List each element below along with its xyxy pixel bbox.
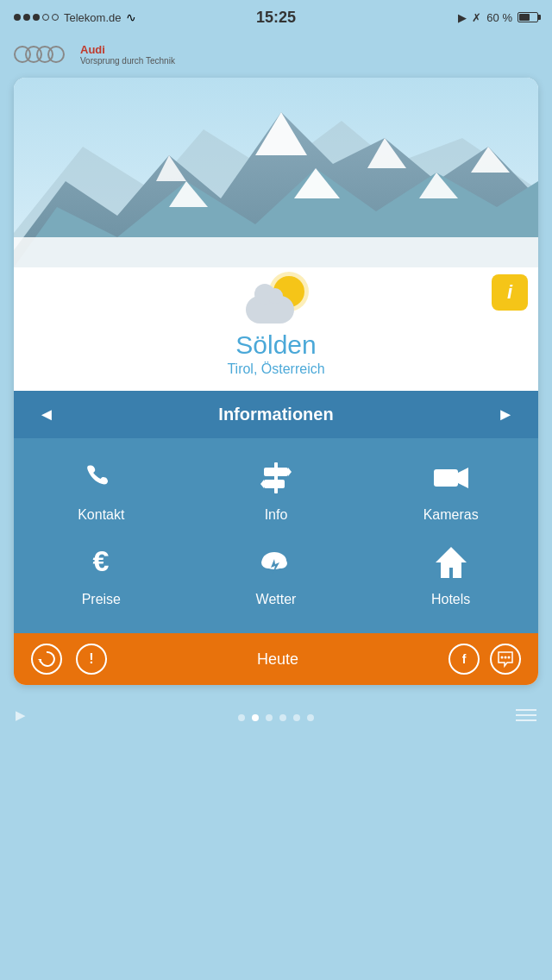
- svg-marker-24: [436, 547, 467, 578]
- bottom-area: ▶: [0, 699, 552, 730]
- nav-right-arrow[interactable]: ►: [490, 401, 521, 428]
- battery-indicator: [518, 12, 538, 22]
- audi-tagline: Vorsprung durch Technik: [80, 56, 175, 66]
- status-right: ▶ ✗ 60 %: [458, 11, 538, 24]
- svg-text:f: f: [462, 652, 467, 666]
- info-badge-button[interactable]: i: [492, 274, 528, 311]
- city-region: Tirol, Österreich: [28, 361, 524, 377]
- svg-rect-11: [14, 237, 538, 267]
- svg-rect-12: [274, 462, 278, 493]
- nav-bar: ◄ Informationen ►: [14, 391, 538, 438]
- grid-label-kameras: Kameras: [423, 507, 479, 523]
- signal-dot-3: [33, 14, 40, 21]
- grid-label-kontakt: Kontakt: [78, 507, 124, 523]
- grid-label-info: Info: [265, 507, 288, 523]
- page-dot-3: [266, 714, 273, 721]
- svg-marker-18: [458, 468, 468, 488]
- wifi-icon: ∿: [126, 10, 136, 24]
- carrier-label: Telekom.de: [64, 11, 121, 24]
- svg-point-29: [504, 656, 506, 659]
- refresh-button[interactable]: [31, 644, 62, 675]
- svg-marker-16: [260, 480, 264, 488]
- sun-cloud-icon: [246, 276, 306, 324]
- heute-label[interactable]: Heute: [257, 650, 298, 669]
- phone-icon: [78, 455, 123, 500]
- sign-icon: [254, 455, 298, 500]
- page-dot-1: [238, 714, 245, 721]
- page-dot-6: [307, 714, 314, 721]
- svg-point-28: [500, 656, 503, 659]
- hamburger-line-3: [516, 719, 536, 721]
- svg-marker-14: [288, 468, 292, 476]
- bluetooth-icon: ✗: [472, 11, 481, 24]
- signal-dot-2: [23, 14, 30, 21]
- cloud-icon: [246, 296, 294, 324]
- chat-button[interactable]: [490, 644, 521, 675]
- status-bar: Telekom.de ∿ 15:25 ▶ ✗ 60 %: [0, 0, 552, 35]
- bottom-bar: ! Heute f: [14, 633, 538, 685]
- grid-item-preise[interactable]: € Preise: [15, 540, 188, 607]
- battery-percent: 60 %: [486, 11, 512, 24]
- audi-rings: [14, 46, 65, 63]
- nav-left-arrow[interactable]: ◄: [31, 401, 62, 428]
- svg-rect-15: [264, 480, 285, 488]
- grid-row-2: € Preise Wetter: [14, 540, 538, 607]
- main-card: i Sölden Tirol, Österreich ◄ Information…: [14, 78, 538, 685]
- location-icon: ▶: [458, 11, 467, 24]
- bottom-left-icons: !: [31, 644, 107, 675]
- grid-item-info[interactable]: Info: [190, 455, 363, 523]
- mountain-scene: [14, 78, 538, 267]
- hamburger-menu-button[interactable]: [516, 706, 536, 725]
- svg-rect-17: [434, 469, 458, 487]
- house-icon: [429, 540, 474, 585]
- signal-dot-5: [52, 14, 59, 21]
- hamburger-line-2: [516, 714, 536, 716]
- battery-box: [518, 12, 538, 22]
- audi-text-block: Audi Vorsprung durch Technik: [80, 43, 175, 66]
- weather-icon-container: [28, 276, 524, 324]
- grid-item-wetter[interactable]: Wetter: [190, 540, 363, 607]
- mountain-svg: [14, 78, 538, 267]
- page-dot-2: [252, 714, 259, 721]
- hamburger-line-1: [516, 709, 536, 711]
- grid-row-1: Kontakt Info: [14, 455, 538, 523]
- svg-point-30: [507, 656, 510, 659]
- audi-logo-area: Audi Vorsprung durch Technik: [0, 35, 552, 71]
- bottom-right-icons: f: [448, 644, 521, 675]
- storm-icon: [254, 540, 298, 585]
- status-time: 15:25: [256, 9, 296, 27]
- svg-text:€: €: [93, 544, 110, 577]
- svg-rect-13: [264, 468, 288, 476]
- grid-label-hotels: Hotels: [431, 592, 470, 607]
- grid-item-kameras[interactable]: Kameras: [364, 455, 537, 523]
- location-icon-bottom: ▶: [16, 707, 26, 723]
- svg-text:!: !: [89, 651, 93, 666]
- page-dot-5: [293, 714, 300, 721]
- grid-menu: Kontakt Info: [14, 438, 538, 633]
- weather-section: i Sölden Tirol, Österreich: [14, 267, 538, 391]
- facebook-button[interactable]: f: [448, 644, 480, 675]
- status-left: Telekom.de ∿: [14, 10, 136, 24]
- svg-point-22: [275, 558, 287, 569]
- page-indicators: [0, 699, 552, 730]
- camera-icon: [429, 455, 474, 500]
- signal-dot-1: [14, 14, 21, 21]
- grid-item-hotels[interactable]: Hotels: [364, 540, 537, 607]
- signal-dots: [14, 14, 59, 21]
- audi-brand: Audi: [80, 43, 175, 56]
- signal-dot-4: [42, 14, 49, 21]
- info-badge-icon: i: [507, 281, 512, 304]
- city-name: Sölden: [28, 330, 524, 360]
- nav-title: Informationen: [218, 405, 333, 424]
- grid-label-wetter: Wetter: [256, 592, 297, 607]
- grid-item-kontakt[interactable]: Kontakt: [15, 455, 188, 523]
- alert-button[interactable]: !: [76, 644, 107, 675]
- grid-label-preise: Preise: [82, 592, 121, 607]
- page-dot-4: [279, 714, 286, 721]
- euro-icon: €: [78, 540, 123, 585]
- battery-fill: [519, 14, 530, 21]
